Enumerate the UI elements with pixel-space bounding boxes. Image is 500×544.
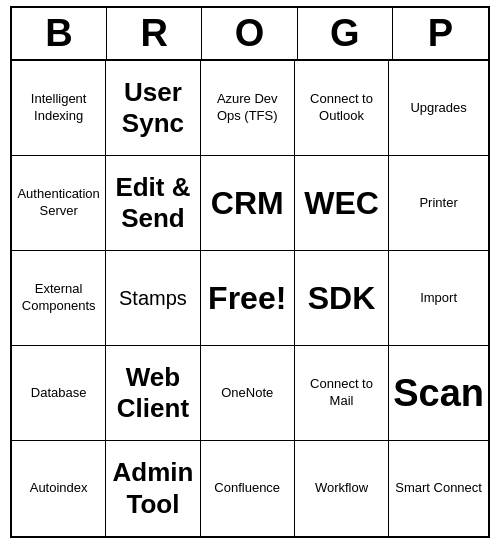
header-row: B R O G P	[12, 8, 488, 61]
cell-text-13: SDK	[308, 279, 376, 317]
cell-6: Edit & Send	[106, 156, 200, 251]
cell-text-17: OneNote	[221, 385, 273, 402]
cell-14: Import	[389, 251, 488, 346]
cell-text-18: Connect to Mail	[299, 376, 384, 410]
cell-9: Printer	[389, 156, 488, 251]
cell-16: Web Client	[106, 346, 200, 441]
cell-13: SDK	[295, 251, 389, 346]
cell-text-19: Scan	[393, 372, 484, 415]
cell-text-0: Intelligent Indexing	[16, 91, 101, 125]
cell-21: Admin Tool	[106, 441, 200, 536]
cell-text-4: Upgrades	[410, 100, 466, 117]
cell-text-2: Azure Dev Ops (TFS)	[205, 91, 290, 125]
cell-15: Database	[12, 346, 106, 441]
cell-12: Free!	[201, 251, 295, 346]
header-b: B	[12, 8, 107, 59]
cell-text-8: WEC	[304, 184, 379, 222]
cell-24: Smart Connect	[389, 441, 488, 536]
cell-text-24: Smart Connect	[395, 480, 482, 497]
header-o: O	[202, 8, 297, 59]
header-p: P	[393, 8, 488, 59]
cell-22: Confluence	[201, 441, 295, 536]
cell-20: Autoindex	[12, 441, 106, 536]
bingo-grid: Intelligent IndexingUser SyncAzure Dev O…	[12, 61, 488, 536]
cell-8: WEC	[295, 156, 389, 251]
cell-text-16: Web Client	[110, 362, 195, 424]
cell-text-20: Autoindex	[30, 480, 88, 497]
cell-text-1: User Sync	[110, 77, 195, 139]
cell-text-21: Admin Tool	[110, 457, 195, 519]
cell-text-15: Database	[31, 385, 87, 402]
cell-text-6: Edit & Send	[110, 172, 195, 234]
cell-5: Authentication Server	[12, 156, 106, 251]
cell-text-5: Authentication Server	[16, 186, 101, 220]
cell-10: External Components	[12, 251, 106, 346]
cell-text-10: External Components	[16, 281, 101, 315]
cell-23: Workflow	[295, 441, 389, 536]
cell-11: Stamps	[106, 251, 200, 346]
cell-0: Intelligent Indexing	[12, 61, 106, 156]
cell-text-22: Confluence	[214, 480, 280, 497]
cell-2: Azure Dev Ops (TFS)	[201, 61, 295, 156]
cell-7: CRM	[201, 156, 295, 251]
cell-text-3: Connect to Outlook	[299, 91, 384, 125]
cell-text-23: Workflow	[315, 480, 368, 497]
cell-4: Upgrades	[389, 61, 488, 156]
cell-text-14: Import	[420, 290, 457, 307]
cell-3: Connect to Outlook	[295, 61, 389, 156]
cell-18: Connect to Mail	[295, 346, 389, 441]
header-r: R	[107, 8, 202, 59]
cell-text-11: Stamps	[119, 285, 187, 311]
bingo-card: B R O G P Intelligent IndexingUser SyncA…	[10, 6, 490, 538]
cell-text-12: Free!	[208, 279, 286, 317]
cell-19: Scan	[389, 346, 488, 441]
cell-17: OneNote	[201, 346, 295, 441]
header-g: G	[298, 8, 393, 59]
cell-text-9: Printer	[419, 195, 457, 212]
cell-1: User Sync	[106, 61, 200, 156]
cell-text-7: CRM	[211, 184, 284, 222]
